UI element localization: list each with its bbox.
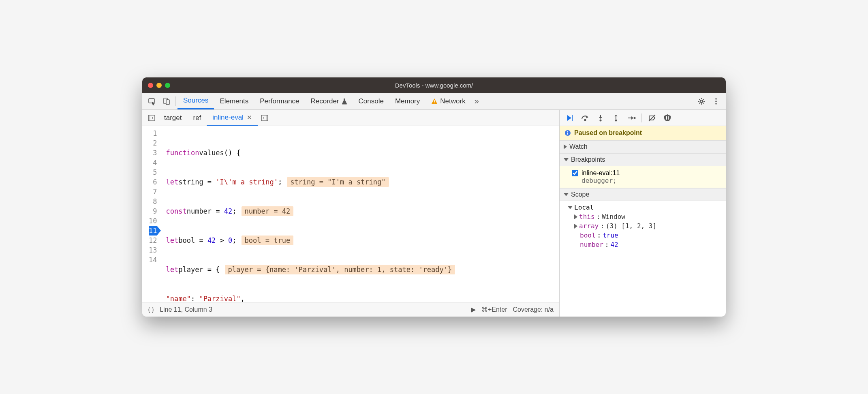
- variable: number: [187, 206, 212, 216]
- step-over-button[interactable]: [578, 111, 592, 125]
- run-snippet-icon[interactable]: ▶: [471, 306, 476, 313]
- sources-panel: target ref inline-eval ✕ 1234 5678 91011…: [142, 110, 560, 317]
- code-text: ;: [232, 206, 236, 216]
- svg-rect-21: [567, 133, 568, 135]
- scope-body: Local this: Window array: (3) [1, 2, 3] …: [560, 201, 726, 253]
- navigator-toggle-icon[interactable]: [145, 111, 158, 125]
- svg-rect-18: [666, 116, 667, 120]
- tab-network-label: Network: [440, 97, 465, 105]
- keyword: let: [166, 236, 178, 245]
- step-out-button[interactable]: [609, 111, 623, 125]
- line-gutter[interactable]: 1234 5678 91011 121314: [142, 126, 161, 302]
- step-button[interactable]: [624, 111, 638, 125]
- close-icon[interactable]: ✕: [247, 114, 252, 121]
- string-literal: 'I\'m a string': [216, 177, 278, 187]
- breakpoint-item[interactable]: inline-eval:11 debugger;: [560, 166, 726, 188]
- close-window-button[interactable]: [148, 83, 153, 88]
- file-tab-label: inline-eval: [212, 113, 244, 122]
- kebab-menu-icon[interactable]: [709, 94, 723, 109]
- tab-recorder[interactable]: Recorder: [305, 93, 353, 109]
- file-tab-ref[interactable]: ref: [187, 110, 207, 126]
- property-value: (3) [1, 2, 3]: [606, 222, 656, 230]
- file-tab-inline-eval[interactable]: inline-eval ✕: [207, 110, 258, 126]
- pretty-print-icon[interactable]: { }: [148, 306, 154, 313]
- code-text: = {: [203, 265, 220, 274]
- paused-message: Paused on breakpoint: [574, 129, 642, 137]
- code-text: ,: [241, 294, 245, 302]
- tab-memory[interactable]: Memory: [389, 93, 425, 109]
- paused-banner: Paused on breakpoint: [560, 126, 726, 140]
- variable: player: [178, 265, 203, 274]
- editor-statusbar: { } Line 11, Column 3 ▶ ⌘+Enter Coverage…: [142, 302, 559, 317]
- svg-point-16: [615, 119, 617, 121]
- section-label: Breakpoints: [571, 156, 605, 163]
- code-body[interactable]: function values() { let string = 'I\'m a…: [161, 126, 559, 302]
- scope-property[interactable]: this: Window: [564, 212, 726, 221]
- code-text: =: [195, 236, 207, 245]
- pause-on-exceptions-button[interactable]: [661, 111, 674, 125]
- svg-rect-10: [148, 115, 150, 121]
- tab-network[interactable]: Network: [425, 93, 471, 109]
- divider: [175, 96, 176, 106]
- function-name: values: [199, 148, 224, 158]
- code-text: ;: [232, 236, 236, 245]
- tab-elements[interactable]: Elements: [214, 93, 254, 109]
- scope-property[interactable]: number: 42: [564, 240, 726, 249]
- svg-rect-22: [567, 131, 568, 132]
- svg-rect-4: [434, 103, 435, 103]
- tab-console[interactable]: Console: [353, 93, 389, 109]
- keyword: function: [166, 148, 199, 158]
- chevron-right-icon: [574, 224, 577, 229]
- main-area: target ref inline-eval ✕ 1234 5678 91011…: [142, 110, 726, 317]
- chevron-right-icon: [574, 214, 577, 219]
- variable: bool: [178, 236, 195, 245]
- deactivate-breakpoints-button[interactable]: [645, 111, 659, 125]
- variable: string: [178, 177, 203, 187]
- breakpoint-checkbox[interactable]: [572, 170, 578, 176]
- breakpoints-section-header[interactable]: Breakpoints: [560, 153, 726, 166]
- device-toolbar-icon[interactable]: [159, 94, 174, 109]
- settings-icon[interactable]: [694, 94, 709, 109]
- window-title: DevTools - www.google.com/: [395, 82, 473, 89]
- breakpoint-code: debugger;: [572, 177, 721, 184]
- inline-value: bool = true: [242, 236, 294, 245]
- file-tab-target[interactable]: target: [158, 110, 187, 126]
- resume-button[interactable]: [563, 111, 577, 125]
- breakpoint-label: inline-eval:11: [582, 169, 620, 177]
- breakpoint-marker[interactable]: 11: [149, 226, 157, 236]
- svg-rect-19: [668, 116, 669, 120]
- tab-performance[interactable]: Performance: [254, 93, 305, 109]
- chevron-right-icon: [564, 144, 567, 149]
- devtools-window: DevTools - www.google.com/ Sources Eleme…: [142, 77, 726, 317]
- traffic-lights: [148, 83, 170, 88]
- code-text: =: [203, 177, 216, 187]
- scope-property[interactable]: bool: true: [564, 231, 726, 240]
- keyword: let: [166, 177, 178, 187]
- tab-sources[interactable]: Sources: [177, 93, 214, 109]
- cursor-position: Line 11, Column 3: [160, 306, 212, 313]
- code-editor[interactable]: 1234 5678 91011 121314 function values()…: [142, 126, 559, 302]
- more-tabs-button[interactable]: »: [475, 96, 479, 106]
- svg-point-8: [715, 103, 717, 105]
- code-text: :: [191, 294, 199, 302]
- svg-point-6: [715, 98, 717, 100]
- property-value: true: [603, 231, 618, 239]
- debugger-toggle-icon[interactable]: [258, 111, 272, 125]
- watch-section-header[interactable]: Watch: [560, 140, 726, 153]
- svg-point-5: [700, 100, 703, 103]
- scope-section-header[interactable]: Scope: [560, 188, 726, 201]
- minimize-window-button[interactable]: [156, 83, 162, 88]
- svg-rect-12: [266, 115, 268, 121]
- scope-local-header[interactable]: Local: [564, 203, 726, 212]
- property-name: bool: [580, 231, 596, 239]
- warning-icon: [431, 98, 438, 105]
- inspect-icon[interactable]: [145, 94, 159, 109]
- inline-value: player = {name: 'Parzival', number: 1, s…: [225, 265, 455, 274]
- info-icon: [564, 130, 571, 136]
- step-into-button[interactable]: [594, 111, 607, 125]
- maximize-window-button[interactable]: [165, 83, 170, 88]
- scope-property[interactable]: array: (3) [1, 2, 3]: [564, 221, 726, 231]
- svg-rect-13: [572, 115, 573, 121]
- svg-point-14: [584, 119, 586, 121]
- section-label: Watch: [569, 143, 588, 150]
